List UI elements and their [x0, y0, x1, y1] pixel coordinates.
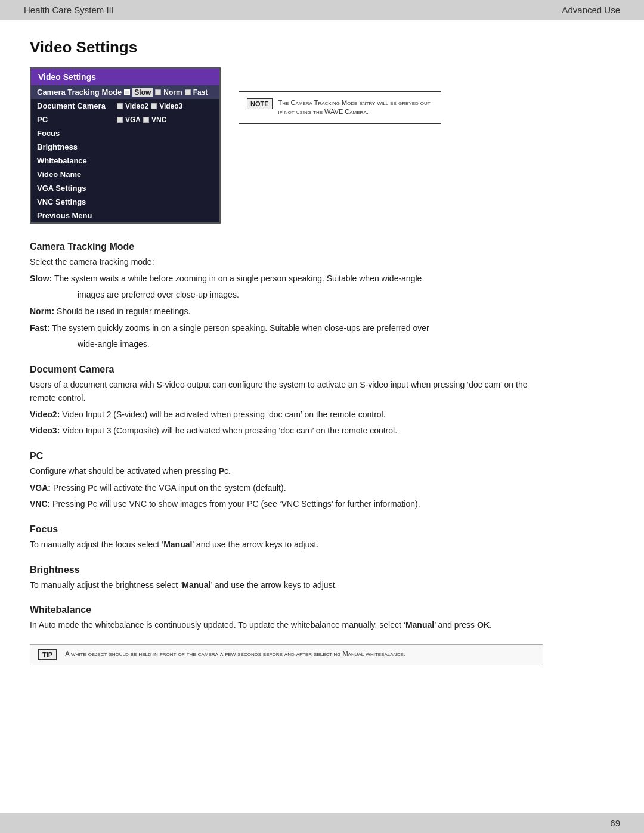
note-box: NOTE The Camera Tracking Mode entry will… — [239, 91, 441, 124]
pc-options: VGA VNC — [117, 116, 166, 124]
menu-row-whitebalance[interactable]: Whitebalance — [31, 154, 219, 168]
section-pc: PC Configure what should be activated wh… — [30, 451, 543, 511]
menu-row-vga-settings[interactable]: VGA Settings — [31, 181, 219, 195]
option-slow-label: Slow — [132, 88, 153, 97]
heading-focus: Focus — [30, 524, 543, 535]
heading-document-camera: Document Camera — [30, 364, 543, 375]
header-right: Advanced Use — [562, 5, 620, 15]
option-video2-label: Video2 — [125, 102, 148, 110]
intro-brightness: To manually adjust the brightness select… — [30, 579, 543, 592]
radio-vnc — [143, 117, 149, 123]
heading-camera-tracking-mode: Camera Tracking Mode — [30, 241, 543, 252]
camera-tracking-options: Slow Norm Fast — [124, 88, 208, 97]
menu-row-brightness[interactable]: Brightness — [31, 140, 219, 154]
section-whitebalance: Whitebalance In Auto mode the whitebalan… — [30, 605, 543, 632]
tip-label: TIP — [38, 649, 57, 660]
option-video3[interactable]: Video3 — [151, 102, 182, 110]
intro-document-camera: Users of a document camera with S-video … — [30, 379, 543, 404]
section-camera-tracking-mode: Camera Tracking Mode Select the camera t… — [30, 241, 543, 351]
item-slow-cont: images are preferred over close-up image… — [78, 289, 543, 302]
radio-norm — [155, 89, 161, 95]
option-video3-label: Video3 — [159, 102, 182, 110]
item-fast: Fast: The system quickly zooms in on a s… — [30, 322, 543, 335]
heading-pc: PC — [30, 451, 543, 462]
option-fast[interactable]: Fast — [185, 88, 208, 97]
menu-row-document-camera[interactable]: Document Camera Video2 Video3 — [31, 99, 219, 113]
menu-row-focus[interactable]: Focus — [31, 126, 219, 140]
radio-fast — [185, 89, 191, 95]
header-left: Health Care System III — [24, 5, 114, 15]
intro-whitebalance: In Auto mode the whitebalance is continu… — [30, 619, 543, 632]
intro-pc: Configure what should be activated when … — [30, 465, 543, 478]
note-label: NOTE — [247, 98, 273, 109]
item-norm: Norm: Should be used in regular meetings… — [30, 305, 543, 318]
intro-camera-tracking-mode: Select the camera tracking mode: — [30, 256, 543, 269]
menu-row-camera-tracking[interactable]: Camera Tracking Mode Slow Norm Fast — [31, 85, 219, 99]
option-fast-label: Fast — [193, 88, 208, 97]
document-camera-options: Video2 Video3 — [117, 102, 182, 110]
menu-row-pc[interactable]: PC VGA VNC — [31, 113, 219, 126]
menu-row-video-name[interactable]: Video Name — [31, 168, 219, 181]
option-norm[interactable]: Norm — [155, 88, 182, 97]
item-vnc: VNC: Pressing Pc will use VNC to show im… — [30, 498, 543, 511]
footer-bar: 69 — [0, 813, 644, 833]
option-vnc[interactable]: VNC — [143, 116, 166, 124]
tip-text: A white object should be held in front o… — [65, 649, 405, 658]
section-brightness: Brightness To manually adjust the bright… — [30, 565, 543, 592]
option-vga[interactable]: VGA — [117, 116, 141, 124]
note-text: The Camera Tracking Mode entry will be g… — [278, 98, 433, 117]
menu-row-vnc-settings[interactable]: VNC Settings — [31, 195, 219, 209]
radio-video2 — [117, 103, 123, 109]
item-video3: Video3: Video Input 3 (Composite) will b… — [30, 425, 543, 438]
content-sections: Camera Tracking Mode Select the camera t… — [30, 241, 543, 665]
radio-video3 — [151, 103, 157, 109]
header-bar: Health Care System III Advanced Use — [0, 0, 644, 20]
item-slow: Slow: The system waits a while before zo… — [30, 272, 543, 286]
option-slow[interactable]: Slow — [124, 88, 153, 97]
radio-slow — [124, 89, 130, 95]
option-vga-label: VGA — [125, 116, 141, 124]
page-number: 69 — [610, 818, 620, 828]
page-title: Video Settings — [30, 38, 614, 57]
menu-header: Video Settings — [31, 69, 219, 85]
menu-panel: Video Settings Camera Tracking Mode Slow… — [30, 67, 221, 224]
option-video2[interactable]: Video2 — [117, 102, 148, 110]
intro-focus: To manually adjust the focus select ‘Man… — [30, 538, 543, 552]
option-norm-label: Norm — [163, 88, 182, 97]
item-video2: Video2: Video Input 2 (S-video) will be … — [30, 408, 543, 422]
item-fast-cont: wide-angle images. — [78, 338, 543, 351]
section-focus: Focus To manually adjust the focus selec… — [30, 524, 543, 552]
item-vga: VGA: Pressing Pc will activate the VGA i… — [30, 482, 543, 495]
radio-vga — [117, 117, 123, 123]
main-content: Video Settings Video Settings Camera Tra… — [0, 20, 644, 683]
top-section: Video Settings Camera Tracking Mode Slow… — [30, 67, 614, 224]
menu-label-pc: PC — [37, 115, 114, 124]
menu-label-camera-tracking: Camera Tracking Mode — [37, 88, 122, 97]
menu-row-previous-menu[interactable]: Previous Menu — [31, 209, 219, 222]
heading-whitebalance: Whitebalance — [30, 605, 543, 615]
menu-label-document-camera: Document Camera — [37, 101, 114, 110]
tip-box: TIP A white object should be held in fro… — [30, 644, 543, 665]
option-vnc-label: VNC — [151, 116, 166, 124]
section-document-camera: Document Camera Users of a document came… — [30, 364, 543, 438]
heading-brightness: Brightness — [30, 565, 543, 575]
